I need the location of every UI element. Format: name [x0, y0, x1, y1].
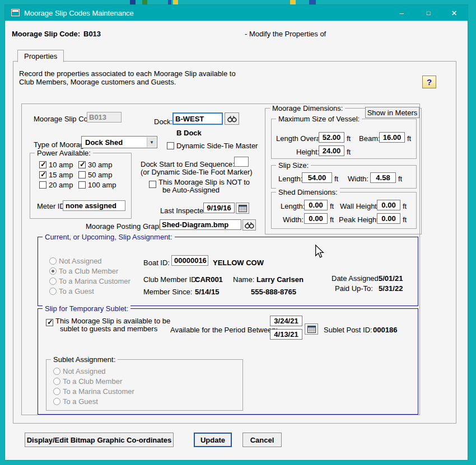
chevron-down-icon[interactable]: ▼	[147, 137, 156, 147]
member-name-value: Larry Carlsen	[256, 275, 304, 284]
sublet-radio-to-club-member-label: To a Club Member	[63, 377, 122, 386]
slip-length-field[interactable]	[302, 172, 332, 183]
shed-width-field[interactable]	[304, 213, 328, 224]
meter-id-value: none assigned	[63, 200, 125, 211]
slip-width-field[interactable]	[370, 172, 396, 183]
dock-search-button[interactable]	[225, 112, 239, 125]
checkbox-15-amp[interactable]: ✓	[39, 171, 46, 179]
sublet-available-label-2: sublet to guests and members	[60, 325, 157, 333]
titlebar[interactable]: Moorage Slip Codes Maintenance – □ ✕	[5, 5, 468, 21]
radio-to-guest-label: To a Guest	[59, 287, 94, 295]
member-name-label: Name:	[233, 275, 254, 284]
tab-panel: Record the properties associated to each…	[13, 61, 456, 424]
last-inspected-calendar-button[interactable]	[236, 203, 249, 214]
paid-up-to-label: Paid Up-To:	[335, 284, 373, 293]
header-slip-code-label: Moorage Slip Code:	[12, 30, 80, 38]
shed-width-label: Width:	[283, 215, 304, 224]
checkbox-10-amp[interactable]: ✓	[39, 161, 46, 168]
date-assigned-value: 5/01/21	[379, 274, 403, 283]
desktop-icon-fragment	[130, 0, 136, 4]
checkbox-20-amp[interactable]: ✓	[39, 181, 46, 189]
cancel-button[interactable]: Cancel	[242, 433, 282, 447]
binoculars-icon	[227, 115, 237, 123]
check-icon: ✓	[80, 160, 86, 168]
member-phone: 555-888-8765	[251, 288, 296, 296]
temporary-sublet-title: Slip for Temporary Sublet:	[43, 304, 130, 313]
radio-not-assigned-label: Not Assigned	[59, 257, 102, 265]
period-calendar-button[interactable]	[305, 323, 318, 335]
posting-graphic-field[interactable]	[160, 219, 241, 230]
sublet-radio-not-assigned-label: Not Assigned	[63, 367, 106, 375]
display-edit-bitmap-button[interactable]: Display/Edit Bitmap Graphic Co-ordinates	[25, 433, 174, 447]
wall-height-label: Wall Height:	[340, 202, 379, 210]
length-overall-field[interactable]	[319, 132, 344, 143]
sublet-radio-to-marina-customer-label: To a Marina Customer	[63, 387, 134, 396]
desktop-icon-fragment	[142, 0, 147, 4]
shed-dimensions-groupbox: Shed Dimensions: Length: ft Wall Height:…	[271, 192, 417, 229]
binoculars-icon	[245, 222, 254, 229]
checkbox-15-amp-label: 15 amp	[49, 171, 73, 179]
type-of-moorage-value: Dock Shed	[85, 138, 123, 147]
close-button[interactable]: ✕	[442, 5, 466, 21]
type-of-moorage-select[interactable]: Dock Shed ▼	[81, 136, 157, 148]
sequence-field[interactable]	[234, 157, 249, 167]
calendar-icon	[239, 205, 247, 212]
moorage-dimensions-groupbox: Moorage Dimensions: Show in Meters Maxim…	[265, 108, 422, 234]
period-from-field[interactable]	[270, 316, 302, 326]
slip-size-groupbox: Slip Size: Length: ft Width: ft	[271, 165, 417, 189]
height-label: Height:	[296, 148, 319, 156]
checkbox-100-amp-label: 100 amp	[88, 181, 116, 189]
slip-size-title: Slip Size:	[276, 161, 311, 170]
update-button[interactable]: Update	[194, 433, 232, 447]
slip-assignment-groupbox: Current, or Upcoming, Slip Assignment: N…	[38, 237, 418, 306]
intro-line1: Record the properties associated to each…	[19, 69, 236, 78]
sequence-label-1: Dock Start to End Sequence:	[141, 160, 235, 168]
help-icon-glyph: ?	[427, 77, 432, 87]
desktop-background: Moorage Slip Codes Maintenance – □ ✕ Moo…	[0, 0, 476, 465]
posting-graphic-search-button[interactable]	[242, 219, 256, 231]
sublet-post-id-label: Sublet Post ID:	[324, 326, 372, 334]
minimize-button[interactable]: –	[389, 5, 414, 21]
max-vessel-title: Maximum Size of Vessel:	[276, 115, 362, 123]
dynamic-side-tie-label: Dynamic Side-Tie Master	[176, 142, 258, 150]
sublet-radio-to-guest-label: To a Guest	[63, 397, 98, 406]
slip-assignment-title: Current, or Upcoming, Slip Assignment:	[43, 233, 175, 241]
tab-properties[interactable]: Properties	[17, 50, 64, 62]
desktop-icon-fragment	[309, 0, 316, 4]
club-member-id-value: CAR001	[195, 275, 223, 284]
dialog-window: Moorage Slip Codes Maintenance – □ ✕ Moo…	[4, 4, 468, 461]
radio-to-marina-customer-label: To a Marina Customer	[59, 277, 130, 285]
paid-up-to-value: 5/31/22	[379, 284, 403, 293]
slip-length-label: Length:	[278, 175, 302, 183]
unit-label: ft	[403, 202, 407, 210]
beam-field[interactable]	[379, 132, 405, 143]
checkbox-100-amp[interactable]: ✓	[78, 181, 86, 189]
sublet-available-checkbox[interactable]: ✓	[46, 319, 53, 326]
unit-label: ft	[398, 175, 402, 183]
checkbox-20-amp-label: 20 amp	[49, 181, 73, 189]
sublet-radio-to-guest	[53, 398, 60, 405]
checkbox-50-amp[interactable]: ✓	[78, 171, 86, 179]
shed-length-field[interactable]	[304, 200, 328, 210]
unit-label: ft	[407, 134, 411, 143]
maximize-button[interactable]: □	[416, 5, 441, 21]
dock-field[interactable]	[172, 112, 223, 125]
unit-label: ft	[347, 134, 351, 143]
height-field[interactable]	[319, 145, 344, 156]
show-in-meters-button[interactable]: Show in Meters	[365, 107, 419, 118]
peak-height-field[interactable]	[377, 213, 400, 224]
radio-not-assigned	[49, 257, 57, 265]
sublet-available-label-1: This Moorage Slip is available to be	[55, 317, 170, 325]
club-member-id-label: Club Member ID:	[143, 275, 198, 284]
period-to-field[interactable]	[270, 329, 302, 340]
wall-height-field[interactable]	[377, 200, 400, 210]
not-auto-assigned-checkbox[interactable]: ✓	[149, 181, 156, 188]
last-inspected-field[interactable]	[203, 203, 235, 213]
dynamic-side-tie-checkbox[interactable]: ✓	[167, 142, 174, 149]
boat-id-label: Boat ID:	[143, 259, 170, 267]
checkbox-30-amp[interactable]: ✓	[78, 161, 86, 168]
help-icon[interactable]: ?	[422, 76, 436, 88]
boat-id-value[interactable]: 00000016	[171, 255, 208, 266]
desktop-icon-fragment	[173, 0, 178, 4]
power-available-groupbox: Power Available: ✓ 10 amp ✓ 30 amp ✓ 15 …	[30, 153, 132, 219]
